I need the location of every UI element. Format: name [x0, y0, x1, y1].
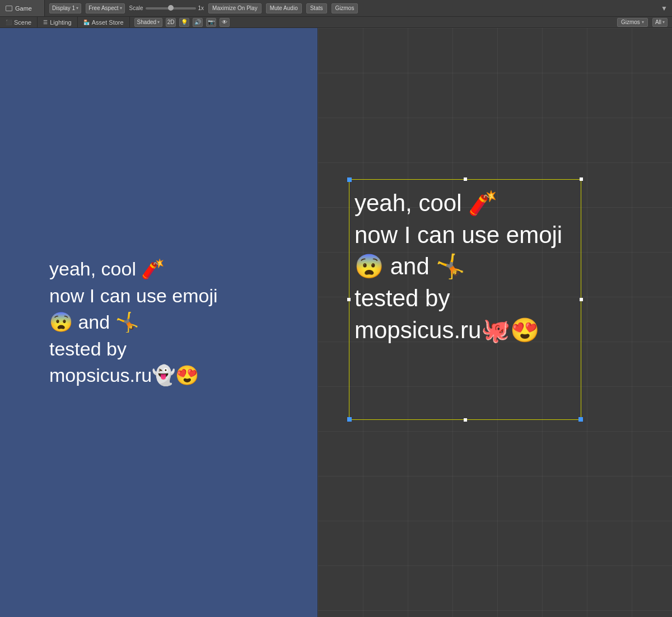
- all-label: All: [655, 19, 661, 25]
- shaded-chevron-icon: ▾: [157, 20, 160, 25]
- game-view: yeah, cool 🧨 now I can use emoji 😨 and 🤸…: [0, 28, 318, 617]
- lighting-tab-label: Lighting: [50, 19, 72, 26]
- game-tab-icon: [6, 6, 12, 11]
- scale-slider[interactable]: [146, 7, 196, 10]
- scene-view: yeah, cool 🧨 now I can use emoji 😨 and 🤸…: [318, 28, 672, 617]
- scene-text-block: yeah, cool 🧨 now I can use emoji 😨 and 🤸…: [354, 188, 562, 346]
- all-chevron-icon: ▾: [662, 20, 665, 25]
- lighting-tab-icon: ☰: [43, 20, 48, 25]
- display-dropdown[interactable]: Display 1 ▾: [49, 3, 81, 13]
- 2d-button[interactable]: 2D: [166, 18, 176, 27]
- scale-label: Scale: [129, 5, 143, 11]
- stats-button[interactable]: Stats: [306, 3, 327, 13]
- game-controls: Display 1 ▾ Free Aspect ▾ Scale 1x Maxim…: [45, 0, 656, 16]
- scene-bar: ⬛ Scene ☰ Lighting 🏪 Asset Store Shaded …: [0, 17, 672, 28]
- scene-line-2: now I can use emoji: [354, 219, 562, 251]
- game-line-5: mopsicus.ru👻😍: [49, 362, 218, 389]
- scene-tab-icon: ⬛: [6, 20, 12, 25]
- game-tab[interactable]: Game: [0, 0, 45, 16]
- scene-line-5: mopsicus.ru🐙😍: [354, 315, 562, 347]
- display-label: Display 1: [52, 5, 75, 11]
- scene-line-3: 😨 and 🤸: [354, 251, 562, 283]
- maximize-on-play-button[interactable]: Maximize On Play: [208, 3, 262, 13]
- scene-line-1: yeah, cool 🧨: [354, 188, 562, 219]
- game-line-4: tested by: [49, 336, 218, 363]
- asset-store-tab-icon: 🏪: [83, 20, 90, 25]
- scene-line-4: tested by: [354, 283, 562, 315]
- minimize-button[interactable]: ▼: [656, 0, 672, 16]
- audio-toggle-icon[interactable]: 🔊: [193, 18, 203, 27]
- lighting-tab[interactable]: ☰ Lighting: [38, 17, 78, 27]
- aspect-label: Free Aspect: [88, 5, 118, 11]
- scene-gizmos-chevron-icon: ▾: [642, 20, 644, 25]
- game-line-3: 😨 and 🤸: [49, 309, 218, 336]
- asset-store-tab[interactable]: 🏪 Asset Store: [78, 17, 130, 27]
- scene-tab-group: ⬛ Scene ☰ Lighting 🏪 Asset Store: [0, 17, 130, 27]
- asset-store-tab-label: Asset Store: [92, 19, 124, 26]
- aspect-chevron-icon: ▾: [120, 6, 122, 11]
- game-tab-label: Game: [15, 5, 32, 12]
- scale-control: Scale 1x: [129, 5, 204, 11]
- scene-tab[interactable]: ⬛ Scene: [0, 17, 38, 27]
- display-control: Display 1 ▾: [49, 3, 81, 13]
- mute-audio-button[interactable]: Mute Audio: [266, 3, 302, 13]
- scene-gizmos-button[interactable]: Gizmos ▾: [617, 18, 648, 27]
- aspect-dropdown[interactable]: Free Aspect ▾: [86, 3, 124, 13]
- top-bar: Game Display 1 ▾ Free Aspect ▾ Scale 1x …: [0, 0, 672, 17]
- shaded-label: Shaded: [137, 19, 156, 25]
- shaded-dropdown[interactable]: Shaded ▾: [134, 18, 162, 27]
- scene-toolbar: Shaded ▾ 2D 💡 🔊 📷 👁 Gizmos ▾ All ▾: [130, 18, 672, 27]
- scene-tab-label: Scene: [14, 19, 31, 26]
- effect-toggle-icon[interactable]: 📷: [206, 18, 216, 27]
- aspect-control: Free Aspect ▾: [86, 3, 124, 13]
- scale-thumb: [168, 5, 174, 11]
- game-line-1: yeah, cool 🧨: [49, 256, 218, 283]
- game-text-block: yeah, cool 🧨 now I can use emoji 😨 and 🤸…: [49, 256, 218, 389]
- main-content: yeah, cool 🧨 now I can use emoji 😨 and 🤸…: [0, 28, 672, 617]
- hidden-toggle-icon[interactable]: 👁: [220, 18, 230, 27]
- scale-value: 1x: [198, 5, 204, 11]
- light-toggle-icon[interactable]: 💡: [179, 18, 189, 27]
- scene-gizmos-label: Gizmos: [621, 19, 640, 25]
- game-line-2: now I can use emoji: [49, 283, 218, 310]
- display-chevron-icon: ▾: [76, 6, 78, 11]
- all-dropdown[interactable]: All ▾: [652, 18, 668, 27]
- gizmos-button[interactable]: Gizmos: [332, 3, 358, 13]
